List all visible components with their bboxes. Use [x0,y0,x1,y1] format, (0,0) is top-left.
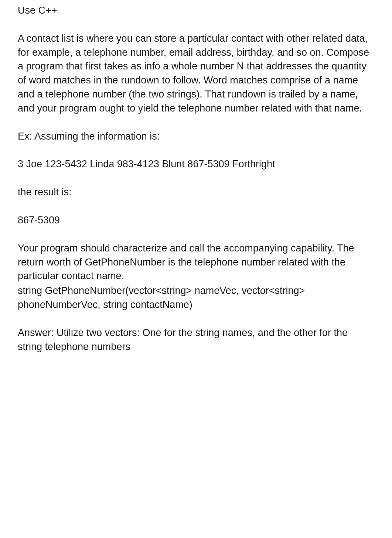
example-label: Ex: Assuming the information is: [18,130,374,144]
instruction-language: Use C++ [18,4,374,18]
result-label: the result is: [18,185,374,199]
function-signature: string GetPhoneNumber(vector<string> nam… [18,284,374,312]
problem-description: A contact list is where you can store a … [18,32,374,116]
function-requirement-text: Your program should characterize and cal… [18,241,374,283]
function-requirement-block: Your program should characterize and cal… [18,241,374,312]
example-output: 867-5309 [18,213,374,227]
example-input: 3 Joe 123-5432 Linda 983-4123 Blunt 867-… [18,157,374,171]
answer-hint: Answer: Utilize two vectors: One for the… [18,326,374,354]
